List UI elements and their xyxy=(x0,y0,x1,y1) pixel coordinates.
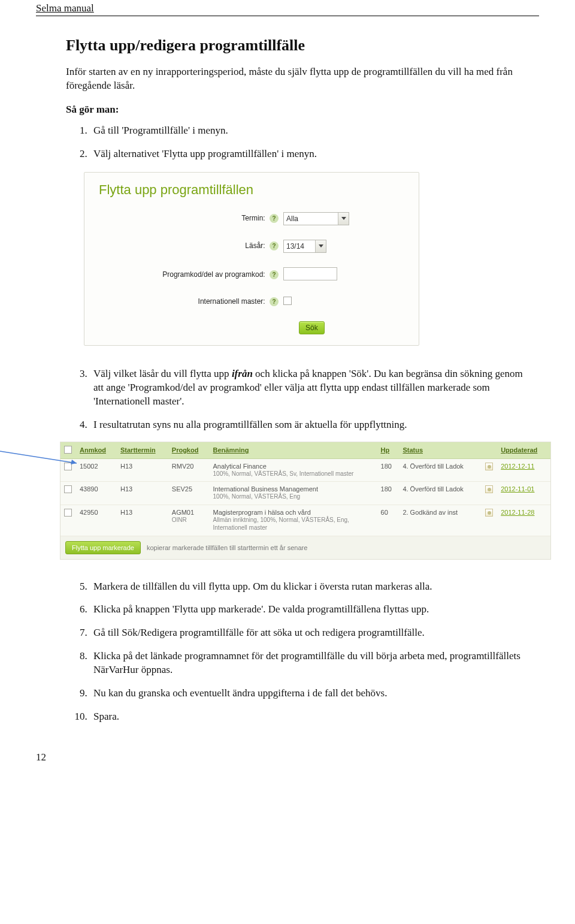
intro-paragraph: Inför starten av en ny inrapporteringspe… xyxy=(66,65,532,93)
cell-prog: RMV20 xyxy=(168,458,210,482)
instruction-list-cont2: Markera de tillfällen du vill flytta upp… xyxy=(66,580,532,724)
results-table-screenshot: Anmkod Starttermin Progkod Benämning Hp … xyxy=(60,442,551,560)
search-button[interactable]: Sök xyxy=(299,321,325,334)
progkod-input[interactable] xyxy=(283,267,337,280)
cell-name: Analytical Finance 100%, Normal, VÄSTERÅ… xyxy=(210,458,377,482)
col-benamning[interactable]: Benämning xyxy=(210,442,377,459)
termin-select-value: Alla xyxy=(286,215,298,223)
step-1: Gå till 'Programtillfälle' i menyn. xyxy=(90,124,532,138)
cell-start: H13 xyxy=(117,458,168,482)
table-row: 15002 H13 RMV20 Analytical Finance 100%,… xyxy=(60,458,550,482)
cell-name-text: Magisterprogram i hälsa och vård xyxy=(213,509,311,516)
results-table: Anmkod Starttermin Progkod Benämning Hp … xyxy=(60,442,550,536)
help-icon[interactable]: ? xyxy=(270,270,279,279)
cell-prog-sub: OINR xyxy=(172,516,206,524)
col-status[interactable]: Status xyxy=(399,442,482,459)
progkod-label: Programkod/del av programkod: xyxy=(162,270,265,279)
cell-prog-text: AGM01 xyxy=(172,509,194,516)
search-form-screenshot: Flytta upp programtillfällen Termin: ? A… xyxy=(84,172,419,346)
help-icon[interactable]: ? xyxy=(270,241,279,250)
step-3-emph: ifrån xyxy=(232,368,253,379)
step-6: Klicka på knappen 'Flytta upp markerade'… xyxy=(90,603,532,617)
cell-name-text: Analytical Finance xyxy=(213,463,267,470)
step-10: Spara. xyxy=(90,710,532,724)
col-hp[interactable]: Hp xyxy=(377,442,400,459)
cell-prog: SEV25 xyxy=(168,482,210,505)
cell-prog: AGM01 OINR xyxy=(168,505,210,536)
cell-status: 4. Överförd till Ladok xyxy=(399,458,482,482)
lasar-label: Läsår: xyxy=(245,241,265,250)
termin-select[interactable]: Alla xyxy=(283,212,349,225)
svg-marker-1 xyxy=(71,460,77,464)
step-5: Markera de tillfällen du vill flytta upp… xyxy=(90,580,532,594)
cell-start: H13 xyxy=(117,482,168,505)
cell-name-sub: 100%, Normal, VÄSTERÅS, Eng xyxy=(213,493,374,501)
doc-header-text: Selma manual xyxy=(36,0,539,16)
search-form-title: Flytta upp programtillfällen xyxy=(99,182,405,198)
step-9: Nu kan du granska och eventuellt ändra u… xyxy=(90,687,532,700)
step-8: Klicka på det länkade programnamnet för … xyxy=(90,650,532,677)
lasar-select[interactable]: 13/14 xyxy=(283,240,326,253)
detail-icon[interactable] xyxy=(485,463,493,470)
table-row: 42950 H13 AGM01 OINR Magisterprogram i h… xyxy=(60,505,550,536)
table-footer-note: kopierar markerade tillfällen till start… xyxy=(147,544,307,551)
detail-icon[interactable] xyxy=(485,485,493,493)
cell-name-sub: 100%, Normal, VÄSTERÅS, Sv, Internatione… xyxy=(213,470,374,478)
instruction-list-cont1: Välj vilket läsår du vill flytta upp ifr… xyxy=(66,367,532,432)
termin-label: Termin: xyxy=(241,214,265,222)
step-3: Välj vilket läsår du vill flytta upp ifr… xyxy=(90,367,532,409)
intmaster-checkbox[interactable] xyxy=(283,297,292,305)
flytta-upp-button[interactable]: Flytta upp markerade xyxy=(65,541,141,554)
table-row: 43890 H13 SEV25 International Business M… xyxy=(60,482,550,505)
intmaster-label: Internationell master: xyxy=(198,297,265,306)
help-icon[interactable]: ? xyxy=(270,297,279,306)
cell-date-link[interactable]: 2012-11-01 xyxy=(501,485,534,493)
col-progkod[interactable]: Progkod xyxy=(168,442,210,459)
instruction-list: Gå till 'Programtillfälle' i menyn. Välj… xyxy=(66,124,532,161)
lasar-select-value: 13/14 xyxy=(286,242,304,250)
svg-line-0 xyxy=(0,451,77,463)
step-7: Gå till Sök/Redigera programtillfälle fö… xyxy=(90,626,532,640)
detail-icon[interactable] xyxy=(485,509,493,517)
cell-date-link[interactable]: 2012-11-28 xyxy=(501,509,534,516)
cell-hp: 180 xyxy=(377,458,400,482)
cell-name-text: International Business Management xyxy=(213,485,319,493)
col-starttermin[interactable]: Starttermin xyxy=(117,442,168,459)
step-4: I resultatrutan syns nu alla programtill… xyxy=(90,418,532,432)
step-3-text-a: Välj vilket läsår du vill flytta upp xyxy=(93,368,232,379)
chevron-down-icon xyxy=(338,213,349,225)
step-2: Välj alternativet 'Flytta upp programtil… xyxy=(90,147,532,161)
instructions-subhead: Så gör man: xyxy=(66,104,532,116)
cell-name: Magisterprogram i hälsa och vård Allmän … xyxy=(210,505,377,536)
cell-name-sub: Allmän inriktning, 100%, Normal, VÄSTERÅ… xyxy=(213,516,374,532)
cell-hp: 180 xyxy=(377,482,400,505)
cell-status: 4. Överförd till Ladok xyxy=(399,482,482,505)
cell-start: H13 xyxy=(117,505,168,536)
row-checkbox[interactable] xyxy=(64,485,72,493)
cell-date-link[interactable]: 2012-12-11 xyxy=(501,463,534,470)
help-icon[interactable]: ? xyxy=(270,214,279,223)
chevron-down-icon xyxy=(315,240,326,252)
col-uppdaterad[interactable]: Uppdaterad xyxy=(497,442,550,459)
cell-status: 2. Godkänd av inst xyxy=(399,505,482,536)
row-checkbox[interactable] xyxy=(64,509,72,517)
page-title: Flytta upp/redigera programtillfälle xyxy=(66,37,532,55)
page-number: 12 xyxy=(0,733,575,775)
cell-anmkod: 42950 xyxy=(76,505,117,536)
cell-name: International Business Management 100%, … xyxy=(210,482,377,505)
cell-anmkod: 43890 xyxy=(76,482,117,505)
cell-hp: 60 xyxy=(377,505,400,536)
